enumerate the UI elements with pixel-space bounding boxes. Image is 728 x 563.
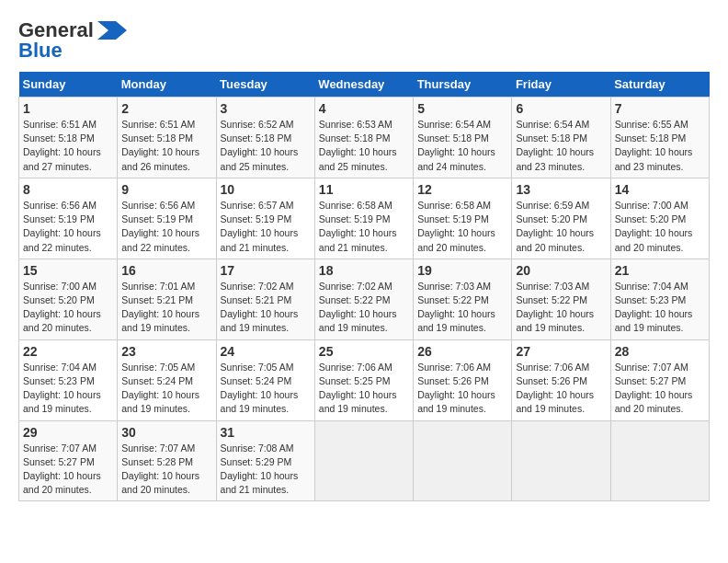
day-info: Sunrise: 6:58 AMSunset: 5:19 PMDaylight:… bbox=[319, 199, 409, 255]
day-number: 8 bbox=[23, 182, 113, 197]
weekday-header-wednesday: Wednesday bbox=[314, 72, 413, 98]
day-info: Sunrise: 7:06 AMSunset: 5:26 PMDaylight:… bbox=[417, 361, 507, 417]
calendar-cell: 28 Sunrise: 7:07 AMSunset: 5:27 PMDaylig… bbox=[610, 339, 709, 420]
day-info: Sunrise: 7:07 AMSunset: 5:27 PMDaylight:… bbox=[615, 361, 705, 417]
calendar-table: SundayMondayTuesdayWednesdayThursdayFrid… bbox=[18, 72, 710, 501]
calendar-cell: 29 Sunrise: 7:07 AMSunset: 5:27 PMDaylig… bbox=[19, 420, 118, 501]
svg-marker-0 bbox=[97, 21, 127, 40]
calendar-cell: 19 Sunrise: 7:03 AMSunset: 5:22 PMDaylig… bbox=[414, 259, 512, 339]
day-info: Sunrise: 6:53 AMSunset: 5:18 PMDaylight:… bbox=[319, 118, 409, 174]
calendar-cell: 24 Sunrise: 7:05 AMSunset: 5:24 PMDaylig… bbox=[216, 339, 314, 420]
calendar-cell: 4 Sunrise: 6:53 AMSunset: 5:18 PMDayligh… bbox=[314, 98, 413, 178]
day-number: 24 bbox=[221, 344, 311, 359]
day-info: Sunrise: 7:00 AMSunset: 5:20 PMDaylight:… bbox=[23, 280, 113, 336]
day-number: 1 bbox=[23, 101, 113, 116]
day-number: 3 bbox=[221, 101, 311, 116]
calendar-cell: 8 Sunrise: 6:56 AMSunset: 5:19 PMDayligh… bbox=[19, 178, 118, 259]
day-info: Sunrise: 7:07 AMSunset: 5:27 PMDaylight:… bbox=[23, 442, 113, 498]
day-info: Sunrise: 6:56 AMSunset: 5:19 PMDaylight:… bbox=[121, 199, 211, 255]
day-info: Sunrise: 6:57 AMSunset: 5:19 PMDaylight:… bbox=[221, 199, 311, 255]
day-number: 23 bbox=[121, 344, 211, 359]
calendar-cell: 27 Sunrise: 7:06 AMSunset: 5:26 PMDaylig… bbox=[512, 339, 610, 420]
calendar-cell bbox=[414, 420, 512, 501]
day-number: 28 bbox=[615, 344, 705, 359]
day-number: 6 bbox=[516, 101, 606, 116]
day-number: 17 bbox=[221, 263, 311, 278]
day-number: 2 bbox=[121, 101, 211, 116]
calendar-cell: 21 Sunrise: 7:04 AMSunset: 5:23 PMDaylig… bbox=[610, 259, 709, 339]
weekday-header-friday: Friday bbox=[512, 72, 610, 98]
calendar-cell: 14 Sunrise: 7:00 AMSunset: 5:20 PMDaylig… bbox=[610, 178, 709, 259]
logo-blue: Blue bbox=[18, 39, 63, 63]
calendar-cell bbox=[314, 420, 413, 501]
calendar-cell: 26 Sunrise: 7:06 AMSunset: 5:26 PMDaylig… bbox=[414, 339, 512, 420]
day-number: 22 bbox=[23, 344, 113, 359]
day-number: 27 bbox=[516, 344, 606, 359]
calendar-cell: 5 Sunrise: 6:54 AMSunset: 5:18 PMDayligh… bbox=[414, 98, 512, 178]
calendar-cell: 25 Sunrise: 7:06 AMSunset: 5:25 PMDaylig… bbox=[314, 339, 413, 420]
calendar-cell: 9 Sunrise: 6:56 AMSunset: 5:19 PMDayligh… bbox=[118, 178, 216, 259]
calendar-cell: 18 Sunrise: 7:02 AMSunset: 5:22 PMDaylig… bbox=[314, 259, 413, 339]
day-number: 26 bbox=[417, 344, 507, 359]
calendar-cell: 20 Sunrise: 7:03 AMSunset: 5:22 PMDaylig… bbox=[512, 259, 610, 339]
day-number: 21 bbox=[615, 263, 705, 278]
day-info: Sunrise: 7:01 AMSunset: 5:21 PMDaylight:… bbox=[121, 280, 211, 336]
day-info: Sunrise: 6:59 AMSunset: 5:20 PMDaylight:… bbox=[516, 199, 606, 255]
day-info: Sunrise: 6:58 AMSunset: 5:19 PMDaylight:… bbox=[417, 199, 507, 255]
day-info: Sunrise: 7:06 AMSunset: 5:26 PMDaylight:… bbox=[516, 361, 606, 417]
day-number: 18 bbox=[319, 263, 409, 278]
day-info: Sunrise: 7:03 AMSunset: 5:22 PMDaylight:… bbox=[417, 280, 507, 336]
day-info: Sunrise: 7:02 AMSunset: 5:21 PMDaylight:… bbox=[221, 280, 311, 336]
calendar-cell bbox=[512, 420, 610, 501]
day-number: 13 bbox=[516, 182, 606, 197]
calendar-cell: 11 Sunrise: 6:58 AMSunset: 5:19 PMDaylig… bbox=[314, 178, 413, 259]
calendar-cell: 15 Sunrise: 7:00 AMSunset: 5:20 PMDaylig… bbox=[19, 259, 118, 339]
weekday-header-thursday: Thursday bbox=[414, 72, 512, 98]
weekday-header-sunday: Sunday bbox=[19, 72, 118, 98]
day-info: Sunrise: 6:54 AMSunset: 5:18 PMDaylight:… bbox=[516, 118, 606, 174]
calendar-cell: 12 Sunrise: 6:58 AMSunset: 5:19 PMDaylig… bbox=[414, 178, 512, 259]
day-number: 10 bbox=[221, 182, 311, 197]
day-number: 14 bbox=[615, 182, 705, 197]
day-number: 30 bbox=[121, 425, 211, 440]
weekday-header-saturday: Saturday bbox=[610, 72, 709, 98]
calendar-cell: 31 Sunrise: 7:08 AMSunset: 5:29 PMDaylig… bbox=[216, 420, 314, 501]
day-info: Sunrise: 7:02 AMSunset: 5:22 PMDaylight:… bbox=[319, 280, 409, 336]
day-info: Sunrise: 6:51 AMSunset: 5:18 PMDaylight:… bbox=[23, 118, 113, 174]
calendar-cell: 10 Sunrise: 6:57 AMSunset: 5:19 PMDaylig… bbox=[216, 178, 314, 259]
day-info: Sunrise: 7:05 AMSunset: 5:24 PMDaylight:… bbox=[121, 361, 211, 417]
day-number: 4 bbox=[319, 101, 409, 116]
day-number: 31 bbox=[221, 425, 311, 440]
calendar-cell: 17 Sunrise: 7:02 AMSunset: 5:21 PMDaylig… bbox=[216, 259, 314, 339]
weekday-header-monday: Monday bbox=[118, 72, 216, 98]
calendar-cell: 1 Sunrise: 6:51 AMSunset: 5:18 PMDayligh… bbox=[19, 98, 118, 178]
calendar-cell: 13 Sunrise: 6:59 AMSunset: 5:20 PMDaylig… bbox=[512, 178, 610, 259]
calendar-cell: 23 Sunrise: 7:05 AMSunset: 5:24 PMDaylig… bbox=[118, 339, 216, 420]
calendar-cell: 7 Sunrise: 6:55 AMSunset: 5:18 PMDayligh… bbox=[610, 98, 709, 178]
day-info: Sunrise: 7:04 AMSunset: 5:23 PMDaylight:… bbox=[23, 361, 113, 417]
day-number: 25 bbox=[319, 344, 409, 359]
calendar-cell: 22 Sunrise: 7:04 AMSunset: 5:23 PMDaylig… bbox=[19, 339, 118, 420]
day-number: 16 bbox=[121, 263, 211, 278]
day-info: Sunrise: 6:51 AMSunset: 5:18 PMDaylight:… bbox=[121, 118, 211, 174]
day-number: 7 bbox=[615, 101, 705, 116]
logo-arrow-icon bbox=[97, 21, 127, 40]
day-info: Sunrise: 7:05 AMSunset: 5:24 PMDaylight:… bbox=[221, 361, 311, 417]
day-info: Sunrise: 7:03 AMSunset: 5:22 PMDaylight:… bbox=[516, 280, 606, 336]
day-number: 15 bbox=[23, 263, 113, 278]
day-number: 19 bbox=[417, 263, 507, 278]
day-number: 20 bbox=[516, 263, 606, 278]
day-info: Sunrise: 6:55 AMSunset: 5:18 PMDaylight:… bbox=[615, 118, 705, 174]
day-number: 12 bbox=[417, 182, 507, 197]
calendar-cell: 16 Sunrise: 7:01 AMSunset: 5:21 PMDaylig… bbox=[118, 259, 216, 339]
calendar-cell: 2 Sunrise: 6:51 AMSunset: 5:18 PMDayligh… bbox=[118, 98, 216, 178]
weekday-header-tuesday: Tuesday bbox=[216, 72, 314, 98]
calendar-cell: 6 Sunrise: 6:54 AMSunset: 5:18 PMDayligh… bbox=[512, 98, 610, 178]
day-number: 9 bbox=[121, 182, 211, 197]
logo: General Blue bbox=[18, 18, 127, 63]
day-info: Sunrise: 6:56 AMSunset: 5:19 PMDaylight:… bbox=[23, 199, 113, 255]
day-info: Sunrise: 7:06 AMSunset: 5:25 PMDaylight:… bbox=[319, 361, 409, 417]
page-header: General Blue bbox=[18, 18, 710, 63]
calendar-cell: 30 Sunrise: 7:07 AMSunset: 5:28 PMDaylig… bbox=[118, 420, 216, 501]
day-info: Sunrise: 7:07 AMSunset: 5:28 PMDaylight:… bbox=[121, 442, 211, 498]
